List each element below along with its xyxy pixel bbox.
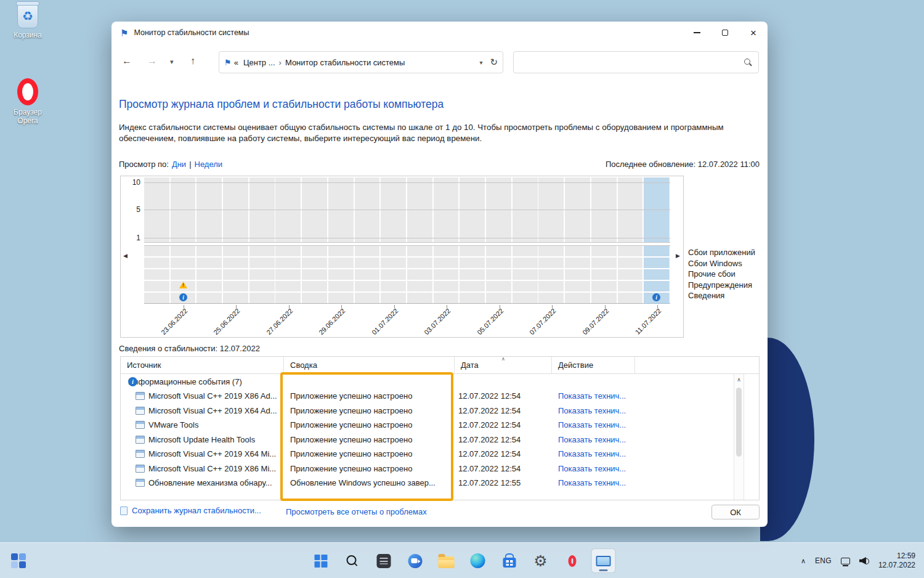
search-input[interactable] (520, 58, 744, 67)
scrollbar-thumb[interactable] (736, 388, 742, 457)
reliability-monitor-taskbar-button[interactable] (591, 548, 616, 573)
breadcrumb-current[interactable]: Монитор стабильности системы (285, 58, 405, 67)
y-axis-tick: 10 (122, 178, 140, 187)
scroll-up-icon[interactable]: ∧ (734, 377, 744, 383)
row-date: 12.07.2022 12:54 (455, 389, 552, 404)
desktop-icon-recycle-bin[interactable]: ♻ Корзина (6, 4, 49, 39)
desktop: ♻ Корзина Браузер Opera ⚑ Монитор стабил… (0, 0, 924, 578)
volume-icon[interactable] (859, 557, 869, 565)
breadcrumb-parent[interactable]: Центр ... (243, 58, 275, 67)
y-axis-tick: 1 (122, 234, 140, 242)
sort-ascending-icon: ∧ (455, 357, 552, 362)
recent-pages-chevron-icon[interactable]: ▾ (170, 58, 174, 66)
view-weeks-link[interactable]: Недели (195, 160, 223, 169)
selected-day-column[interactable] (644, 177, 670, 304)
edge-button[interactable] (466, 548, 490, 573)
address-bar[interactable]: ⚑ « Центр ... › Монитор стабильности сис… (219, 51, 503, 73)
titlebar[interactable]: ⚑ Монитор стабильности системы × (111, 22, 768, 44)
information-marker-icon[interactable]: i (179, 293, 187, 301)
back-button[interactable]: ← (122, 55, 132, 67)
row-date: 12.07.2022 12:54 (455, 433, 552, 447)
widgets-icon (11, 553, 26, 568)
network-icon[interactable] (841, 558, 850, 564)
reliability-flag-icon: ⚑ (120, 28, 128, 38)
information-marker-icon[interactable]: i (652, 293, 660, 301)
column-header-action[interactable]: Действие (552, 357, 635, 373)
stability-chart[interactable]: 10 5 1 ◀ ▶ ! i i (120, 176, 684, 338)
column-header-source[interactable]: Источник (121, 357, 284, 373)
row-source: Microsoft Visual C++ 2019 X86 Ad... (148, 391, 277, 401)
table-row[interactable]: Microsoft Visual C++ 2019 X86 Ad... Прил… (121, 389, 759, 404)
maximize-icon (722, 30, 728, 36)
dark-app-icon (376, 554, 391, 568)
view-all-reports-row[interactable]: Просмотреть все отчеты о проблемах (286, 507, 427, 516)
clock-date: 12.07.2022 (878, 561, 915, 570)
maximize-button[interactable] (711, 22, 739, 44)
chart-scroll-left-icon[interactable]: ◀ (123, 253, 128, 259)
hidden-icons-chevron-icon[interactable]: ∧ (801, 557, 806, 565)
show-technical-details-link[interactable]: Показать технич... (558, 406, 626, 415)
chart-scroll-right-icon[interactable]: ▶ (676, 253, 680, 259)
table-row[interactable]: VMware Tools Приложение успешно настроен… (121, 418, 759, 433)
gridline (144, 210, 670, 210)
up-button[interactable]: ↑ (190, 55, 195, 67)
search-box[interactable] (513, 51, 759, 73)
taskbar-clock[interactable]: 12:59 12.07.2022 (878, 552, 915, 570)
refresh-icon[interactable]: ↻ (487, 57, 498, 68)
view-by-row: Просмотр по: Дни | Недели Последнее обно… (119, 160, 760, 169)
table-row[interactable]: Обновление механизма обнару... Обновлени… (121, 476, 759, 490)
start-button[interactable] (309, 548, 333, 573)
minimize-icon (694, 32, 700, 33)
gridline (144, 182, 670, 183)
show-technical-details-link[interactable]: Показать технич... (558, 464, 626, 473)
widgets-button[interactable] (10, 552, 27, 569)
table-row[interactable]: Microsoft Visual C++ 2019 X64 Ad... Прил… (121, 404, 759, 418)
address-dropdown-icon[interactable]: ▾ (474, 59, 487, 66)
window-controls: × (683, 22, 768, 44)
dark-app-button[interactable] (371, 548, 396, 573)
table-row[interactable]: Microsoft Update Health Tools Приложение… (121, 433, 759, 447)
show-technical-details-link[interactable]: Показать технич... (558, 449, 626, 458)
breadcrumb-overflow[interactable]: « (234, 58, 238, 67)
settings-button[interactable]: ⚙ (529, 548, 553, 573)
column-header-summary[interactable]: Сводка (284, 357, 455, 373)
table-row[interactable]: Microsoft Visual C++ 2019 X64 Mi... Прил… (121, 447, 759, 462)
chat-button[interactable] (403, 548, 428, 573)
table-scrollbar[interactable]: ∧ (734, 374, 744, 500)
row-date: 12.07.2022 12:54 (455, 462, 552, 476)
gear-icon: ⚙ (533, 553, 547, 569)
opera-button[interactable] (560, 548, 585, 573)
ok-button[interactable]: ОК (711, 505, 760, 519)
view-all-reports-link[interactable]: Просмотреть все отчеты о проблемах (286, 507, 427, 516)
date-label: 29.06.2022 (312, 307, 346, 341)
search-icon[interactable] (744, 59, 752, 67)
row-summary: Приложение успешно настроено (284, 433, 455, 447)
close-button[interactable]: × (739, 22, 768, 44)
gridline (144, 238, 670, 238)
taskbar-search-button[interactable] (340, 548, 365, 573)
row-summary: Обновление Windows успешно завер... (284, 476, 455, 490)
show-technical-details-link[interactable]: Показать технич... (558, 478, 626, 487)
warning-marker-icon[interactable]: ! (179, 282, 187, 288)
last-update-label: Последнее обновление: 12.07.2022 11:00 (606, 160, 760, 169)
show-technical-details-link[interactable]: Показать технич... (558, 391, 626, 401)
show-technical-details-link[interactable]: Показать технич... (558, 420, 626, 429)
view-days-link[interactable]: Дни (172, 160, 186, 169)
application-icon (136, 479, 145, 487)
date-label: 05.07.2022 (471, 307, 505, 341)
store-button[interactable] (497, 548, 522, 573)
application-icon (136, 450, 145, 458)
store-icon (503, 558, 516, 568)
show-technical-details-link[interactable]: Показать технич... (558, 435, 626, 444)
table-row[interactable]: Microsoft Visual C++ 2019 X86 Mi... Прил… (121, 462, 759, 476)
save-history-link-row[interactable]: Сохранить журнал стабильности... (120, 506, 261, 515)
group-row-informational-events[interactable]: i Информационные события (7) (121, 374, 759, 389)
recycle-bin-icon: ♻ (17, 4, 38, 28)
forward-button[interactable]: → (147, 55, 157, 67)
chart-plot[interactable]: ! i i (144, 177, 670, 304)
desktop-icon-opera[interactable]: Браузер Opera (6, 78, 49, 125)
minimize-button[interactable] (683, 22, 711, 44)
language-indicator[interactable]: ENG (815, 556, 832, 565)
save-history-link[interactable]: Сохранить журнал стабильности... (132, 506, 261, 515)
file-explorer-button[interactable] (434, 548, 459, 573)
